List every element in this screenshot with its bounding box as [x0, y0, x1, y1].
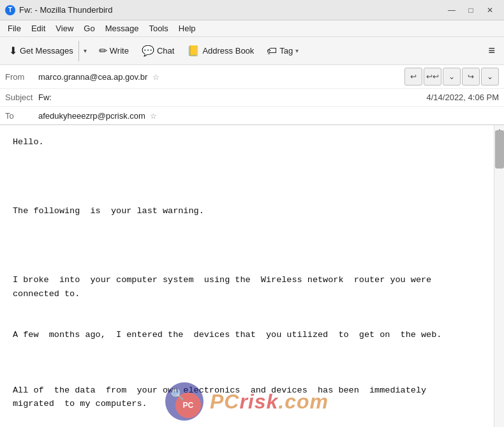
- get-messages-group: ⬇ Get Messages ▾: [4, 41, 91, 61]
- from-address: marco.granna@cea.ap.gov.br: [38, 72, 147, 82]
- get-messages-dropdown[interactable]: ▾: [78, 41, 91, 61]
- scrollbar[interactable]: ▲ ▼: [494, 125, 504, 427]
- nav-dropdown-button[interactable]: ⌄: [443, 68, 461, 86]
- email-body: Hello. The following is your last warnin…: [0, 125, 494, 427]
- menu-edit[interactable]: Edit: [26, 22, 50, 34]
- address-book-label: Address Book: [202, 46, 254, 56]
- app-icon: T: [5, 5, 15, 15]
- email-date: 4/14/2022, 4:06 PM: [427, 93, 499, 102]
- from-value: marco.granna@cea.ap.gov.br ☆: [38, 72, 404, 82]
- tag-label: Tag: [279, 46, 293, 56]
- address-book-icon: 📒: [187, 45, 200, 57]
- reply-button[interactable]: ↩: [404, 68, 422, 86]
- menu-bar: File Edit View Go Message Tools Help: [0, 20, 504, 37]
- write-label: Write: [110, 46, 129, 56]
- subject-row: Subject Fw: 4/14/2022, 4:06 PM: [0, 89, 504, 107]
- subject-value: Fw:: [38, 93, 427, 102]
- forward-icon: ↪: [468, 72, 474, 81]
- menu-message[interactable]: Message: [100, 22, 144, 34]
- reply-all-icon: ↩↩: [426, 72, 439, 81]
- close-button[interactable]: ✕: [481, 3, 499, 17]
- to-address: afedukyheeezrp@pcrisk.com: [38, 111, 145, 121]
- chat-label: Chat: [157, 46, 174, 56]
- menu-tools[interactable]: Tools: [144, 22, 173, 34]
- scrollbar-thumb[interactable]: [495, 130, 504, 169]
- maximize-button[interactable]: □: [462, 3, 480, 17]
- forward-button[interactable]: ↪: [462, 68, 480, 86]
- tag-button[interactable]: 🏷 Tag ▾: [262, 41, 304, 61]
- reply-all-button[interactable]: ↩↩: [424, 68, 441, 86]
- subject-label: Subject: [5, 93, 38, 102]
- scroll-down-arrow[interactable]: ▼: [494, 423, 504, 427]
- get-messages-icon: ⬇: [9, 45, 17, 57]
- menu-view[interactable]: View: [50, 22, 78, 34]
- write-button[interactable]: ✏ Write: [94, 41, 134, 61]
- nav-dropdown-icon: ⌄: [448, 72, 455, 81]
- chat-icon: 💬: [142, 45, 154, 57]
- write-icon: ✏: [99, 45, 107, 57]
- minimize-button[interactable]: —: [443, 3, 461, 17]
- tag-dropdown-icon: ▾: [295, 47, 299, 54]
- more-nav-icon: ⌄: [487, 72, 493, 81]
- get-messages-label: Get Messages: [20, 46, 73, 56]
- from-star-icon[interactable]: ☆: [152, 73, 159, 82]
- menu-go[interactable]: Go: [78, 22, 100, 34]
- window-title: Fw: - Mozilla Thunderbird: [19, 5, 443, 15]
- to-value: afedukyheeezrp@pcrisk.com ☆: [38, 111, 499, 121]
- email-container: Hello. The following is your last warnin…: [0, 125, 504, 427]
- to-label: To: [5, 111, 38, 121]
- from-row: From marco.granna@cea.ap.gov.br ☆ ↩ ↩↩ ⌄…: [0, 65, 504, 89]
- address-book-button[interactable]: 📒 Address Book: [182, 41, 259, 61]
- hamburger-menu-button[interactable]: ≡: [483, 41, 500, 61]
- toolbar: ⬇ Get Messages ▾ ✏ Write 💬 Chat 📒 Addres…: [0, 37, 504, 65]
- window-controls: — □ ✕: [443, 3, 499, 17]
- reply-icon: ↩: [410, 72, 417, 81]
- from-label: From: [5, 72, 38, 82]
- chat-button[interactable]: 💬 Chat: [137, 41, 179, 61]
- to-star-icon[interactable]: ☆: [150, 112, 157, 121]
- title-bar: T Fw: - Mozilla Thunderbird — □ ✕: [0, 0, 504, 20]
- menu-help[interactable]: Help: [174, 22, 201, 34]
- to-row: To afedukyheeezrp@pcrisk.com ☆: [0, 107, 504, 124]
- more-nav-button[interactable]: ⌄: [481, 68, 499, 86]
- nav-buttons: ↩ ↩↩ ⌄ ↪ ⌄: [404, 68, 499, 86]
- get-messages-button[interactable]: ⬇ Get Messages: [4, 41, 78, 61]
- tag-icon: 🏷: [267, 45, 277, 57]
- hamburger-icon: ≡: [488, 44, 495, 57]
- email-header: From marco.granna@cea.ap.gov.br ☆ ↩ ↩↩ ⌄…: [0, 65, 504, 125]
- menu-file[interactable]: File: [3, 22, 26, 34]
